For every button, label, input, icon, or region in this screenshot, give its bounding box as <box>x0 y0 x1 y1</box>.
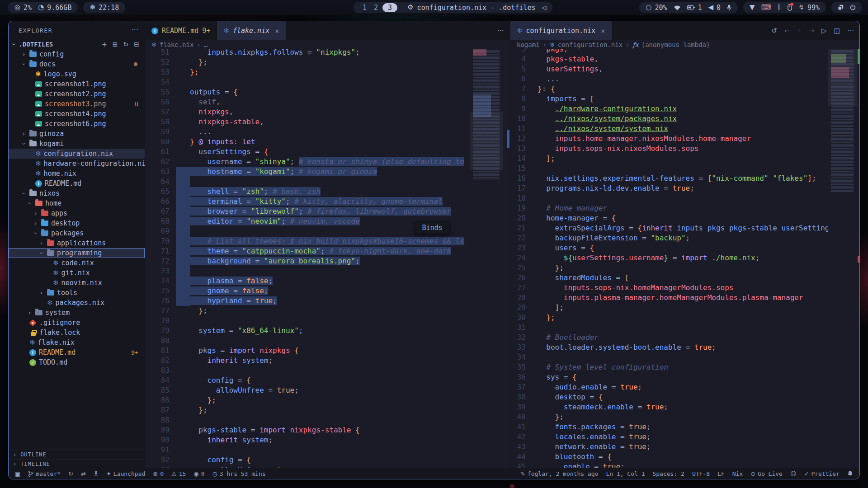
rocket[interactable] <box>94 470 99 477</box>
prettier[interactable]: ✓Prettier <box>804 470 840 477</box>
code-line-77[interactable]: 77 }; <box>145 306 470 316</box>
code-line-4[interactable]: 4 pkgs-stable, <box>510 54 828 64</box>
code-line-33[interactable]: 33 boot.loader.systemd-boot.enable = tru… <box>510 343 828 352</box>
gitlens-blame[interactable]: ✎foglar, 2 months ago <box>520 470 598 477</box>
code-line-31[interactable]: 31 <box>510 323 828 333</box>
tree-item-ginoza[interactable]: ›ginoza <box>9 129 145 139</box>
go-live[interactable]: ⊙Go Live <box>750 470 783 477</box>
breadcrumb-segment[interactable]: ❄configuration.nix <box>550 41 623 48</box>
close-icon[interactable]: × <box>601 27 605 35</box>
tree-item-screenshot1.png[interactable]: screenshot1.png <box>9 79 145 89</box>
tree-item-nixos[interactable]: ›nixos <box>9 188 145 198</box>
nav-circle-icon[interactable]: ◦ <box>797 28 802 34</box>
code-line-41[interactable]: 41 fonts.packages = true; <box>510 422 828 432</box>
code-editor-configuration[interactable]: 3 pkgs,4 pkgs-stable,5 userSettings,6 ..… <box>510 44 828 469</box>
collapse-all-icon[interactable]: ⊟ <box>134 41 139 47</box>
code-line-88[interactable]: 88 <box>145 415 470 425</box>
code-line-75[interactable]: 75 gnome = false; <box>145 286 470 296</box>
tree-item-kogami[interactable]: ›kogami <box>9 139 145 149</box>
tree-item-flake.lock[interactable]: flake.lock <box>9 328 145 338</box>
tray-pill[interactable]: ▼⌨ᛒ↯99% <box>743 2 826 13</box>
hardware-pill[interactable]: ○20%1◀0 <box>639 2 738 13</box>
code-line-74[interactable]: 74 plasma = false; <box>145 276 470 286</box>
tree-item-system[interactable]: ›system <box>9 308 145 318</box>
code-line-84[interactable]: 84 config = { <box>145 375 470 385</box>
split-icon[interactable]: ◫ <box>834 28 840 34</box>
code-line-90[interactable]: 90 inherit system; <box>145 435 470 445</box>
close-icon[interactable]: × <box>275 27 279 35</box>
gitlens-compare[interactable]: ⇄ <box>81 471 86 477</box>
nav-back-icon[interactable]: ← <box>784 28 790 34</box>
tree-item-todo.md[interactable]: ✓TODO.md <box>9 357 145 367</box>
code-line-27[interactable]: 27 inputs.sops-nix.homeManagerModules.so… <box>510 283 828 293</box>
code-line-5[interactable]: 5 userSettings, <box>510 64 828 74</box>
cursor-position[interactable]: Ln 1, Col 1 <box>606 470 645 477</box>
tree-item-docs[interactable]: ›docs <box>9 59 145 69</box>
tree-item-packages.nix[interactable]: ❄packages.nix <box>9 298 145 308</box>
tree-item-screenshot3.png[interactable]: screenshot3.pngU <box>9 99 145 109</box>
code-line-13[interactable]: 13 inputs.sops-nix.nixosModules.sops <box>510 144 828 154</box>
breadcrumb-segment[interactable]: kogami <box>517 41 540 48</box>
git-branch[interactable]: master* <box>28 470 61 477</box>
launchpad[interactable]: ✦Launchpad <box>106 470 145 477</box>
explorer-root-row[interactable]: › .DOTFILES +⊞↻⊟ <box>9 39 145 49</box>
code-line-80[interactable]: 80 <box>145 336 470 346</box>
refresh-icon[interactable]: ↻ <box>123 41 129 47</box>
time-tracker[interactable]: ◷3 hrs 53 mins <box>212 470 265 477</box>
new-folder-icon[interactable]: ⊞ <box>113 41 118 47</box>
code-line-15[interactable]: 15 <box>510 164 828 174</box>
code-line-40[interactable]: 40 }; <box>510 412 828 422</box>
code-line-22[interactable]: 22 backupFileExtension = "backup"; <box>510 233 828 243</box>
code-line-92[interactable]: 92 config = { <box>145 455 470 465</box>
code-line-87[interactable]: 87 }; <box>145 405 470 415</box>
code-line-11[interactable]: 11 ../nixos/system/system.nix <box>510 124 828 134</box>
tree-item-configuration.nix[interactable]: ❄configuration.nix <box>9 149 145 159</box>
tree-item-config[interactable]: ›config <box>9 49 145 59</box>
notifications[interactable] <box>847 470 853 477</box>
tree-item-hardware-configuration.nix[interactable]: ❄hardware-configuration.nix <box>9 159 145 169</box>
code-line-24[interactable]: 24 ${userSettings.username} = import ./h… <box>510 253 828 263</box>
code-line-81[interactable]: 81 pkgs = import nixpkgs { <box>145 346 470 356</box>
code-line-52[interactable]: 52 }; <box>145 57 470 67</box>
tree-item-.gitignore[interactable]: .gitignore <box>9 318 145 328</box>
tree-item-code.nix[interactable]: ❄code.nix <box>9 258 145 268</box>
code-line-14[interactable]: 14 ]; <box>510 154 828 164</box>
indentation[interactable]: Spaces: 2 <box>652 470 684 477</box>
tab-flake-nix[interactable]: ❄flake.nix× <box>217 21 286 40</box>
tab-configuration-nix[interactable]: ❄configuration.nix× <box>510 21 612 40</box>
code-line-89[interactable]: 89 pkgs-stable = import nixpkgs-stable { <box>145 425 470 435</box>
code-line-54[interactable]: 54 <box>145 77 470 87</box>
remote[interactable]: ▣ <box>15 471 20 477</box>
nav-forward-icon[interactable]: → <box>808 28 814 34</box>
code-line-32[interactable]: 32 # Bootloader <box>510 333 828 343</box>
code-line-76[interactable]: 76 hyprland = true; <box>145 296 470 306</box>
code-line-42[interactable]: 42 locales.enable = true; <box>510 432 828 442</box>
code-line-34[interactable]: 34 <box>510 352 828 362</box>
errors[interactable]: ⊗0 <box>153 470 164 477</box>
new-file-icon[interactable]: + <box>102 41 107 47</box>
code-line-17[interactable]: 17 programs.nix-ld.dev.enable = true; <box>510 183 828 193</box>
session-pill[interactable] <box>831 2 862 13</box>
code-editor-flake[interactable]: 51 inputs.nixpkgs.follows = "nixpkgs";52… <box>145 47 470 469</box>
history-icon[interactable]: ↺ <box>771 28 777 34</box>
code-line-70[interactable]: 70 # List all themes: $ nix build nixpkg… <box>145 236 470 246</box>
code-line-36[interactable]: 36 sys = { <box>510 372 828 382</box>
code-line-67[interactable]: 67 browser = "librewolf"; # firefox, lib… <box>145 206 470 216</box>
eol[interactable]: LF <box>717 470 725 477</box>
clock-pill[interactable]: ❄22:18 <box>83 2 125 13</box>
more-actions-icon[interactable]: ··· <box>497 28 504 34</box>
language-mode[interactable]: Nix <box>732 470 743 477</box>
encoding[interactable]: UTF-8 <box>692 470 710 477</box>
code-line-30[interactable]: 30 }; <box>510 313 828 323</box>
code-line-28[interactable]: 28 inputs.plasma-manager.homeManagerModu… <box>510 293 828 303</box>
code-line-63[interactable]: 63 hostname = "kogami"; # kogami or gino… <box>145 167 470 177</box>
breadcrumb[interactable]: ❄flake.nix›… <box>145 40 510 49</box>
code-line-23[interactable]: 23 users = { <box>510 243 828 253</box>
tree-item-tools[interactable]: ›tools <box>9 288 145 298</box>
code-line-21[interactable]: 21 extraSpecialArgs = {inherit inputs pk… <box>510 223 828 233</box>
minimap[interactable] <box>828 40 857 469</box>
tree-item-home.nix[interactable]: ❄home.nix <box>9 169 145 178</box>
tree-item-readme.md[interactable]: iREADME.md9+ <box>9 347 145 357</box>
live-share[interactable]: ☺ <box>790 471 797 477</box>
code-line-62[interactable]: 62 username = "shinya"; # konsta or shin… <box>145 157 470 167</box>
